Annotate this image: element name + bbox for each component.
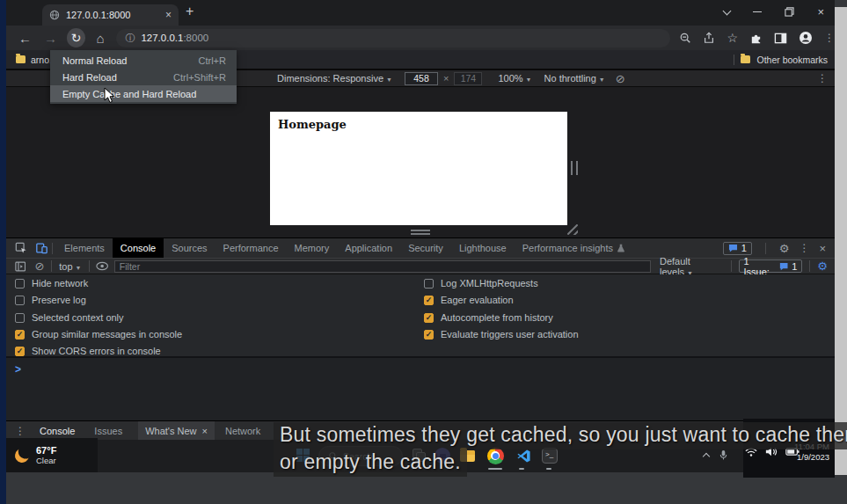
- console-messages-badge[interactable]: 1: [723, 242, 752, 255]
- tab-performance-insights[interactable]: Performance insights: [515, 238, 633, 258]
- tab-console[interactable]: Console: [113, 238, 164, 258]
- other-bookmarks[interactable]: Other bookmarks: [734, 55, 828, 65]
- tab-sources[interactable]: Sources: [164, 238, 215, 258]
- reload-button[interactable]: ↻: [67, 28, 85, 47]
- setting-evaluate-user-activation[interactable]: ✓Evaluate triggers user activation: [424, 329, 579, 340]
- tab-application[interactable]: Application: [337, 238, 400, 258]
- tab-title: 127.0.0.1:8000: [66, 10, 130, 20]
- tab-security[interactable]: Security: [400, 238, 451, 258]
- rendered-page[interactable]: Homepage: [270, 112, 567, 225]
- setting-selected-context-only[interactable]: Selected context only: [15, 312, 124, 323]
- checkbox[interactable]: ✓: [424, 330, 434, 340]
- checkbox[interactable]: [15, 279, 25, 289]
- weather-temp: 67°F: [36, 445, 56, 456]
- setting-eager-evaluation[interactable]: ✓Eager evaluation: [424, 295, 514, 305]
- setting-preserve-log[interactable]: Preserve log: [15, 295, 86, 305]
- tab-lighthouse[interactable]: Lighthouse: [451, 238, 515, 258]
- forward-button[interactable]: →: [44, 31, 57, 46]
- console-settings-icon[interactable]: ⚙: [817, 259, 828, 273]
- setting-group-similar[interactable]: ✓Group similar messages in console: [15, 329, 182, 340]
- zoom-icon[interactable]: [679, 32, 691, 44]
- drawer-menu-icon[interactable]: ⋮: [15, 425, 26, 437]
- viewport-height-handle[interactable]: [411, 230, 430, 235]
- live-expression-eye-icon[interactable]: [96, 261, 108, 271]
- checkbox[interactable]: ✓: [15, 347, 25, 356]
- chevron-down-icon: ▼: [599, 77, 605, 83]
- device-toggle-icon[interactable]: [35, 242, 48, 254]
- viewport-corner-handle[interactable]: [567, 224, 578, 235]
- site-info-icon[interactable]: ⓘ: [125, 32, 135, 45]
- menu-item-empty-cache-hard-reload[interactable]: Empty Cache and Hard Reload: [50, 85, 237, 102]
- log-levels-select[interactable]: Default levels▼: [660, 256, 724, 277]
- devtools-close-icon[interactable]: ×: [819, 242, 826, 255]
- device-viewport-zone: Homepage: [6, 87, 835, 237]
- tab-performance[interactable]: Performance: [215, 238, 287, 258]
- extensions-icon[interactable]: [749, 32, 763, 45]
- drawer-tab-console[interactable]: Console: [40, 426, 75, 436]
- console-sidebar-icon[interactable]: [15, 261, 26, 272]
- home-button[interactable]: ⌂: [96, 31, 104, 46]
- divider: [809, 260, 810, 272]
- video-caption: But sometimes they get cached, so you ju…: [274, 422, 847, 477]
- caption-line-2: or empty the cache.: [274, 449, 467, 477]
- drawer-tab-whats-new[interactable]: What's New ×: [138, 421, 215, 441]
- divider: [734, 55, 734, 65]
- setting-show-cors-errors[interactable]: ✓Show CORS errors in console: [15, 346, 161, 356]
- new-tab-button[interactable]: +: [186, 4, 193, 19]
- minimize-button[interactable]: [753, 11, 762, 13]
- zoom-select[interactable]: 100%▼: [498, 73, 531, 84]
- close-window-button[interactable]: ×: [817, 5, 824, 18]
- clear-console-icon[interactable]: ⊘: [34, 259, 44, 273]
- dimensions-select[interactable]: Dimensions: Responsive▼: [277, 73, 392, 84]
- setting-log-xhr[interactable]: Log XMLHttpRequests: [424, 278, 538, 289]
- bookmark-star-icon[interactable]: ☆: [727, 31, 738, 45]
- block-icon[interactable]: ⊘: [616, 72, 625, 85]
- console-output-area[interactable]: >: [6, 356, 835, 420]
- checkbox[interactable]: ✓: [424, 296, 434, 305]
- checkbox[interactable]: ✓: [424, 313, 434, 323]
- shortcut-label: Ctrl+Shift+R: [173, 72, 226, 83]
- chevron-down-icon: ▼: [526, 77, 532, 83]
- viewport-width-input[interactable]: [405, 72, 438, 85]
- tab-memory[interactable]: Memory: [287, 238, 338, 258]
- weather-widget[interactable]: 67°F Clear: [6, 438, 98, 472]
- checkbox[interactable]: [15, 296, 25, 305]
- inspect-icon[interactable]: [15, 242, 27, 254]
- devtools-menu-icon[interactable]: ⋮: [799, 242, 809, 254]
- checkbox[interactable]: [15, 313, 25, 323]
- tab-close-icon[interactable]: ×: [165, 9, 172, 21]
- issues-counter[interactable]: 1 Issue: 1: [739, 259, 803, 273]
- url-host: 127.0.0.1: [141, 33, 183, 43]
- drawer-tab-issues[interactable]: Issues: [94, 426, 122, 436]
- device-toolbar-menu-icon[interactable]: ⋮: [817, 72, 828, 84]
- checkbox[interactable]: ✓: [15, 330, 25, 340]
- back-button[interactable]: ←: [18, 31, 32, 46]
- browser-tab[interactable]: 127.0.0.1:8000 ×: [42, 4, 179, 26]
- setting-hide-network[interactable]: Hide network: [15, 278, 88, 289]
- bookmark-folder-arno[interactable]: arno.: [16, 55, 52, 65]
- setting-autocomplete-history[interactable]: ✓Autocomplete from history: [424, 312, 553, 323]
- divider: [89, 260, 90, 272]
- menu-item-hard-reload[interactable]: Hard Reload Ctrl+Shift+R: [50, 69, 237, 85]
- context-selector[interactable]: top▼: [59, 261, 81, 272]
- window-chevron-icon[interactable]: [723, 6, 732, 15]
- checkbox[interactable]: [424, 279, 434, 289]
- devtools-settings-icon[interactable]: ⚙: [779, 242, 790, 255]
- right-scroll-strip[interactable]: [835, 7, 847, 475]
- viewport-width-handle[interactable]: [571, 161, 578, 175]
- tab-close-icon[interactable]: ×: [202, 426, 208, 436]
- tab-elements[interactable]: Elements: [56, 238, 113, 258]
- share-icon[interactable]: [703, 32, 715, 44]
- throttling-select[interactable]: No throttling▼: [544, 73, 605, 84]
- address-bar[interactable]: ⓘ 127.0.0.1:8000: [116, 29, 670, 47]
- drawer-tab-network[interactable]: Network: [225, 426, 260, 436]
- menu-item-normal-reload[interactable]: Normal Reload Ctrl+R: [50, 52, 237, 69]
- side-panel-icon[interactable]: [774, 32, 787, 45]
- viewport-height-input[interactable]: [454, 72, 482, 85]
- console-prompt-chevron: >: [15, 363, 21, 376]
- profile-avatar[interactable]: [799, 31, 813, 45]
- console-filter-input[interactable]: [114, 260, 651, 273]
- restore-button[interactable]: [785, 7, 794, 17]
- browser-menu-icon[interactable]: ⋮: [824, 32, 835, 44]
- divider: [51, 260, 52, 272]
